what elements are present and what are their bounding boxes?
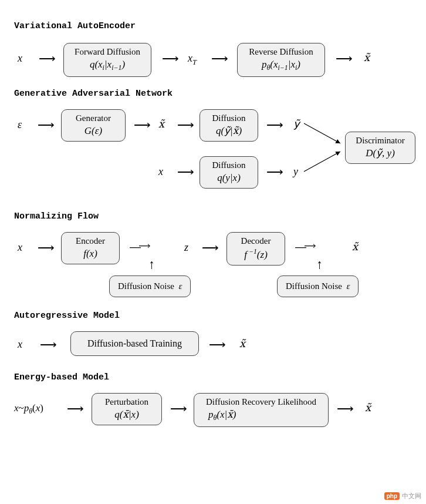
arrow-icon: ⸻⟶ <box>295 240 315 254</box>
flow-z: z <box>184 241 188 254</box>
ebm-perturb-label: Perturbation <box>99 397 154 408</box>
ar-training-box: Diffusion-based Training <box>70 331 199 356</box>
section-title-ar: Autoregressive Model <box>14 311 412 321</box>
flow-decoder-formula: f −1(z) <box>234 247 278 261</box>
arrow-icon: ⟶ <box>67 401 83 415</box>
vae-forward-box: Forward Diffusion q(xi|xi−1) <box>63 43 151 77</box>
flow-noise2-label: Diffusion Noise ε <box>286 281 350 292</box>
diagram-ar: x ⟶ Diffusion-based Training ⟶ x̃ <box>14 329 412 362</box>
vae-output-xtilde: x̃ <box>364 51 370 64</box>
diagram-flow: x ⟶ Encoder f(x) ⸻⟶ z ⟶ Decoder f −1(z) … <box>14 230 412 300</box>
gan-discriminator-box: Discriminator D(ỹ, y) <box>345 132 415 164</box>
flow-x: x <box>18 241 22 254</box>
svg-line-1 <box>304 152 340 172</box>
ar-xtilde: x̃ <box>239 337 245 350</box>
vae-forward-label: Forward Diffusion <box>71 46 144 58</box>
flow-encoder-box: Encoder f(x) <box>61 232 120 264</box>
watermark-badge: php <box>384 492 400 500</box>
gan-diffusion1-label: Diffusion <box>207 113 251 124</box>
arrow-icon: ⟶ <box>170 401 187 415</box>
ar-x: x <box>18 338 22 351</box>
flow-encoder-label: Encoder <box>69 236 112 247</box>
arrow-icon: ⟶ <box>337 401 353 415</box>
vae-forward-formula: q(xi|xi−1) <box>71 58 144 72</box>
ebm-perturb-box: Perturbation q(x̄|x) <box>92 393 162 425</box>
arrow-icon: ⟶ <box>177 164 194 179</box>
arrow-icon: ⟶ <box>266 117 283 132</box>
arrow-icon: ⟶ <box>40 337 56 351</box>
vae-reverse-formula: pθ(xi−1|xi) <box>245 58 317 72</box>
arrow-icon: ⟶ <box>336 51 352 65</box>
arrow-icon: ⟶ <box>209 337 225 351</box>
flow-decoder-label: Decoder <box>234 236 278 247</box>
ebm-perturb-formula: q(x̄|x) <box>99 408 154 421</box>
diagram-ebm: x~pθ(x) ⟶ Perturbation q(x̄|x) ⟶ Diffusi… <box>14 391 412 427</box>
arrow-icon: ⟶ <box>38 240 54 254</box>
flow-encoder-formula: f(x) <box>69 247 112 260</box>
flow-decoder-box: Decoder f −1(z) <box>226 232 285 266</box>
gan-diffusion2-box: Diffusion q(y|x) <box>200 156 258 189</box>
ebm-recovery-formula: pθ(x|x̄) <box>201 408 321 422</box>
vae-reverse-box: Reverse Diffusion pθ(xi−1|xi) <box>237 43 325 77</box>
section-title-gan: Generative Adversarial Network <box>14 89 412 99</box>
watermark: php 中文网 <box>384 492 421 500</box>
arrow-up-icon: ↑ <box>316 257 323 272</box>
section-title-vae: Variational AutoEncoder <box>14 21 412 31</box>
gan-diffusion1-formula: q(ỹ|x̃) <box>207 125 251 137</box>
gan-discriminator-label: Discriminator <box>353 135 408 146</box>
arrow-up-icon: ↑ <box>148 257 155 272</box>
gan-generator-box: Generator G(ε) <box>61 109 126 142</box>
section-title-flow: Normalizing Flow <box>14 211 412 221</box>
gan-ytilde: ỹ <box>293 117 300 130</box>
gan-diffusion1-box: Diffusion q(ỹ|x̃) <box>200 109 258 142</box>
arrow-icon: ⟶ <box>39 51 55 65</box>
ebm-recovery-label: Diffusion Recovery Likelihood <box>201 397 321 408</box>
gan-xtilde: x̃ <box>158 117 164 130</box>
diagram-gan: ε ⟶ Generator G(ε) ⟶ x̃ ⟶ Diffusion q(ỹ|… <box>14 107 412 201</box>
gan-generator-label: Generator <box>69 113 118 124</box>
arrow-icon: ⸻⟶ <box>129 240 149 254</box>
arrow-icon: ⟶ <box>162 51 178 65</box>
gan-eps: ε <box>18 119 22 131</box>
gan-converge-arrows <box>302 117 349 176</box>
gan-discriminator-formula: D(ỹ, y) <box>353 147 408 159</box>
arrow-icon: ⟶ <box>202 240 218 254</box>
vae-reverse-label: Reverse Diffusion <box>245 46 317 58</box>
gan-diffusion2-formula: q(y|x) <box>207 172 251 184</box>
flow-noise1-box: Diffusion Noise ε <box>109 275 191 297</box>
vae-input-x: x <box>18 52 22 65</box>
svg-line-0 <box>304 123 340 143</box>
gan-y: y <box>293 166 298 178</box>
watermark-text: 中文网 <box>402 492 421 500</box>
arrow-icon: ⟶ <box>177 117 194 132</box>
arrow-icon: ⟶ <box>38 117 54 132</box>
diagram-vae: x ⟶ Forward Diffusion q(xi|xi−1) ⟶ xT ⟶ … <box>14 39 412 78</box>
ebm-xtilde: x̃ <box>365 401 371 414</box>
gan-diffusion2-label: Diffusion <box>207 160 251 171</box>
ar-training-label: Diffusion-based Training <box>87 338 182 350</box>
arrow-icon: ⟶ <box>134 117 150 132</box>
ebm-lhs: x~pθ(x) <box>14 402 43 416</box>
flow-noise1-label: Diffusion Noise ε <box>118 281 182 292</box>
arrow-icon: ⟶ <box>266 164 283 179</box>
gan-generator-formula: G(ε) <box>69 125 118 137</box>
arrow-icon: ⟶ <box>211 51 228 65</box>
flow-xtilde: x̃ <box>352 240 358 253</box>
ebm-recovery-box: Diffusion Recovery Likelihood pθ(x|x̄) <box>194 393 329 427</box>
gan-x: x <box>158 166 163 178</box>
section-title-ebm: Energy-based Model <box>14 372 412 382</box>
flow-noise2-box: Diffusion Noise ε <box>277 275 359 297</box>
vae-mid-xt: xT <box>188 52 197 67</box>
